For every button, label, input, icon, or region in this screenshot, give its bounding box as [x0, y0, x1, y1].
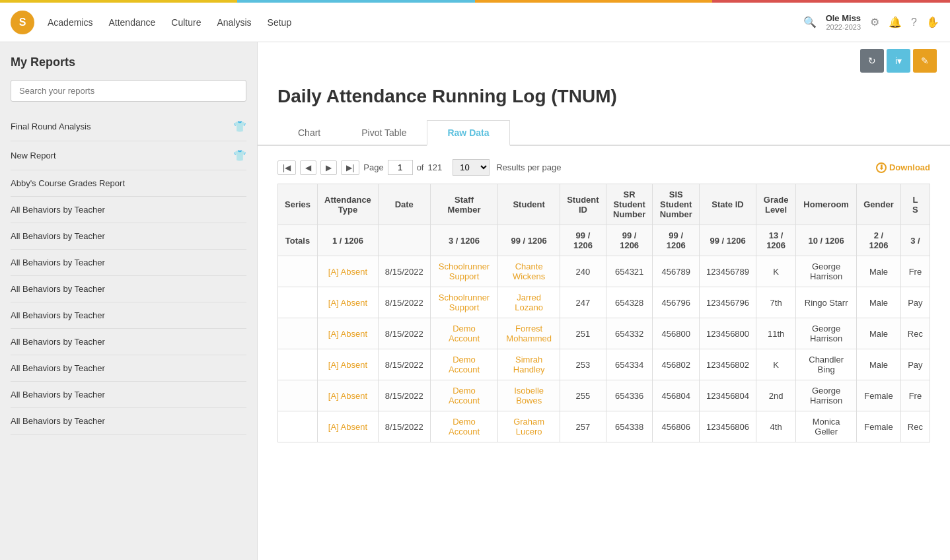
search-icon[interactable]: 🔍 [803, 16, 817, 28]
bell-icon[interactable]: 🔔 [889, 16, 902, 28]
cell-student[interactable]: Forrest Mohammed [498, 318, 560, 349]
cell-series [278, 287, 318, 318]
sidebar-item-behaviors-2[interactable]: All Behaviors by Teacher [11, 250, 246, 276]
totals-grade: 13 / 1206 [756, 225, 796, 256]
cell-student-id: 247 [560, 287, 606, 318]
cell-staff[interactable]: Demo Account [430, 411, 498, 442]
sidebar-item-behaviors-4[interactable]: All Behaviors by Teacher [11, 302, 246, 329]
sidebar: My Reports Final Round Analysis 👕 New Re… [0, 42, 258, 560]
cell-student[interactable]: Isobelle Bowes [498, 380, 560, 411]
cell-attendance-type[interactable]: [A] Absent [318, 256, 379, 287]
refresh-button[interactable]: ↻ [860, 49, 884, 73]
cell-sr: 654328 [606, 287, 653, 318]
cell-series [278, 411, 318, 442]
cell-series [278, 349, 318, 380]
first-page-button[interactable]: |◀ [277, 160, 296, 175]
sidebar-item-abbys-grades[interactable]: Abby's Course Grades Report [11, 170, 246, 197]
totals-homeroom: 10 / 1206 [796, 225, 857, 256]
sidebar-item-behaviors-0[interactable]: All Behaviors by Teacher [11, 197, 246, 223]
cell-student-id: 240 [560, 256, 606, 287]
gear-icon[interactable]: ⚙ [870, 16, 879, 28]
cell-ls: Fre [900, 380, 930, 411]
search-input[interactable] [11, 80, 246, 102]
cell-homeroom: Monica Geller [796, 411, 857, 442]
cell-sr: 654334 [606, 349, 653, 380]
cell-gender: Female [857, 380, 901, 411]
nav-setup[interactable]: Setup [268, 15, 292, 30]
totals-sr: 99 / 1206 [606, 225, 653, 256]
last-page-button[interactable]: ▶| [341, 160, 359, 175]
cell-student[interactable]: Jarred Lozano [498, 287, 560, 318]
th-student: Student [498, 184, 560, 225]
sidebar-item-behaviors-7[interactable]: All Behaviors by Teacher [11, 382, 246, 408]
totals-sis: 99 / 1206 [653, 225, 700, 256]
th-homeroom: Homeroom [796, 184, 857, 225]
cell-ls: Fre [900, 256, 930, 287]
th-sr-student-number: SRStudentNumber [606, 184, 653, 225]
cell-series [278, 318, 318, 349]
prev-page-button[interactable]: ◀ [300, 160, 316, 175]
cell-attendance-type[interactable]: [A] Absent [318, 411, 379, 442]
cell-grade: 7th [756, 287, 796, 318]
nav-attendance[interactable]: Attendance [108, 15, 155, 30]
cell-homeroom: Chandler Bing [796, 349, 857, 380]
cell-staff[interactable]: Demo Account [430, 349, 498, 380]
cell-staff[interactable]: Demo Account [430, 380, 498, 411]
cell-ls: Rec [900, 411, 930, 442]
cell-gender: Male [857, 349, 901, 380]
cell-student[interactable]: Simrah Handley [498, 349, 560, 380]
sidebar-item-behaviors-1[interactable]: All Behaviors by Teacher [11, 223, 246, 250]
sidebar-item-behaviors-3[interactable]: All Behaviors by Teacher [11, 276, 246, 302]
th-sis-student-number: SISStudentNumber [653, 184, 700, 225]
cell-grade: 11th [756, 318, 796, 349]
total-pages: 121 [427, 162, 442, 172]
sidebar-item-behaviors-6[interactable]: All Behaviors by Teacher [11, 355, 246, 382]
cell-staff[interactable]: Schoolrunner Support [430, 287, 498, 318]
download-button[interactable]: ⬇ Download [876, 162, 930, 173]
totals-series: Totals [278, 225, 318, 256]
nav-academics[interactable]: Academics [48, 15, 92, 30]
logo[interactable]: S [11, 11, 34, 34]
cell-attendance-type[interactable]: [A] Absent [318, 318, 379, 349]
cell-student-id: 253 [560, 349, 606, 380]
report-title: Daily Attendance Running Log (TNUM) [258, 79, 950, 120]
question-icon[interactable]: ? [911, 17, 917, 28]
cell-student[interactable]: Chante Wickens [498, 256, 560, 287]
next-page-button[interactable]: ▶ [320, 160, 337, 175]
results-per-page-label: Results per page [496, 162, 561, 172]
nav-analysis[interactable]: Analysis [217, 15, 251, 30]
table-row: [A] Absent 8/15/2022 Demo Account Forres… [278, 318, 930, 349]
per-page-select[interactable]: 10 25 50 100 [453, 159, 490, 176]
info-button[interactable]: i▾ [887, 49, 910, 73]
cell-attendance-type[interactable]: [A] Absent [318, 287, 379, 318]
main-nav: Academics Attendance Culture Analysis Se… [48, 15, 803, 30]
cell-attendance-type[interactable]: [A] Absent [318, 349, 379, 380]
cell-gender: Male [857, 256, 901, 287]
tab-raw-data[interactable]: Raw Data [427, 120, 509, 146]
cell-date: 8/15/2022 [378, 411, 430, 442]
cell-attendance-type[interactable]: [A] Absent [318, 380, 379, 411]
action-buttons: ↻ i▾ ✎ [258, 42, 950, 79]
totals-attendance-type: 1 / 1206 [318, 225, 379, 256]
cell-staff[interactable]: Demo Account [430, 318, 498, 349]
cell-homeroom: George Harrison [796, 318, 857, 349]
cell-ls: Pay [900, 349, 930, 380]
th-ls: LS [900, 184, 930, 225]
cell-state-id: 123456802 [699, 349, 756, 380]
sidebar-item-behaviors-8[interactable]: All Behaviors by Teacher [11, 408, 246, 435]
sidebar-item-behaviors-5[interactable]: All Behaviors by Teacher [11, 329, 246, 355]
table-row: [A] Absent 8/15/2022 Demo Account Simrah… [278, 349, 930, 380]
tab-pivot-table[interactable]: Pivot Table [341, 120, 427, 146]
cell-student[interactable]: Graham Lucero [498, 411, 560, 442]
cell-series [278, 380, 318, 411]
nav-culture[interactable]: Culture [171, 15, 201, 30]
sidebar-item-final-round[interactable]: Final Round Analysis 👕 [11, 112, 246, 141]
cell-grade: 2nd [756, 380, 796, 411]
sidebar-item-new-report[interactable]: New Report 👕 [11, 141, 246, 170]
hand-icon[interactable]: ✋ [926, 16, 939, 28]
edit-button[interactable]: ✎ [913, 49, 937, 73]
tab-chart[interactable]: Chart [277, 120, 341, 146]
page-number-input[interactable] [388, 160, 413, 175]
cell-staff[interactable]: Schoolrunner Support [430, 256, 498, 287]
cell-sr: 654338 [606, 411, 653, 442]
